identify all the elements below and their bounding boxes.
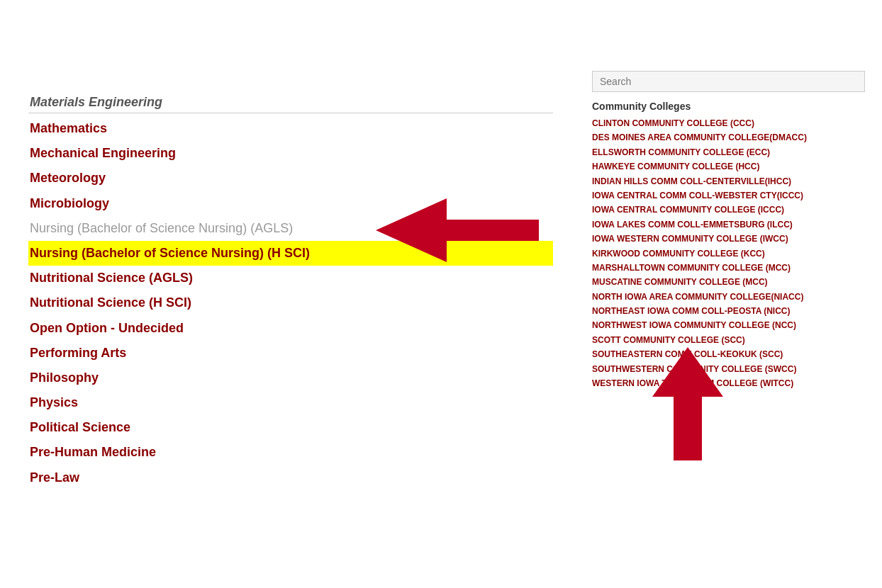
major-item-performing-arts[interactable]: Performing Arts xyxy=(28,341,553,366)
community-colleges-title: Community Colleges xyxy=(592,101,865,112)
svg-marker-0 xyxy=(376,198,539,262)
college-item[interactable]: WESTERN IOWA TECH COMM COLLEGE (WITCC) xyxy=(592,376,865,390)
college-item[interactable]: HAWKEYE COMMUNITY COLLEGE (HCC) xyxy=(592,159,865,174)
search-input[interactable] xyxy=(592,71,865,92)
college-item[interactable]: INDIAN HILLS COMM COLL-CENTERVILLE(IHCC) xyxy=(592,174,865,188)
arrow-left-icon xyxy=(376,198,539,262)
college-item[interactable]: CLINTON COMMUNITY COLLEGE (CCC) xyxy=(592,116,865,130)
list-separator xyxy=(28,113,553,113)
college-item[interactable]: MUSCATINE COMMUNITY COLLEGE (MCC) xyxy=(592,275,865,289)
major-item-philosophy[interactable]: Philosophy xyxy=(28,366,553,390)
major-item-pre-human-medicine[interactable]: Pre-Human Medicine xyxy=(28,440,553,465)
college-item[interactable]: IOWA CENTRAL COMMUNITY COLLEGE (ICCC) xyxy=(592,203,865,217)
major-item-nutritional-science-agls[interactable]: Nutritional Science (AGLS) xyxy=(28,266,553,290)
college-item[interactable]: MARSHALLTOWN COMMUNITY COLLEGE (MCC) xyxy=(592,261,865,275)
colleges-container: CLINTON COMMUNITY COLLEGE (CCC)DES MOINE… xyxy=(592,116,865,390)
college-item[interactable]: SCOTT COMMUNITY COLLEGE (SCC) xyxy=(592,333,865,347)
major-item-open-option[interactable]: Open Option - Undecided xyxy=(28,316,553,341)
major-item-mechanical-engineering[interactable]: Mechanical Engineering xyxy=(28,141,553,166)
college-item[interactable]: SOUTHWESTERN COMMUNITY COLLEGE (SWCC) xyxy=(592,362,865,376)
section-header: Materials Engineering xyxy=(28,92,553,113)
college-item[interactable]: NORTHWEST IOWA COMMUNITY COLLEGE (NCC) xyxy=(592,318,865,332)
major-item-political-science[interactable]: Political Science xyxy=(28,415,553,440)
major-items-container: MathematicsMechanical EngineeringMeteoro… xyxy=(28,116,553,490)
college-item[interactable]: ELLSWORTH COMMUNITY COLLEGE (ECC) xyxy=(592,145,865,159)
college-item[interactable]: SOUTHEASTERN COMM COLL-KEOKUK (SCC) xyxy=(592,347,865,361)
major-item-meteorology[interactable]: Meteorology xyxy=(28,166,553,191)
college-item[interactable]: DES MOINES AREA COMMUNITY COLLEGE(DMACC) xyxy=(592,130,865,145)
college-item[interactable]: IOWA LAKES COMM COLL-EMMETSBURG (ILCC) xyxy=(592,217,865,232)
college-item[interactable]: IOWA CENTRAL COMM COLL-WEBSTER CTY(ICCC) xyxy=(592,188,865,203)
major-item-nutritional-science-hsci[interactable]: Nutritional Science (H SCI) xyxy=(28,290,553,315)
svg-marker-1 xyxy=(652,347,723,460)
major-item-physics[interactable]: Physics xyxy=(28,390,553,415)
major-item-pre-law[interactable]: Pre-Law xyxy=(28,465,553,490)
college-item[interactable]: IOWA WESTERN COMMUNITY COLLEGE (IWCC) xyxy=(592,232,865,246)
college-item[interactable]: KIRKWOOD COMMUNITY COLLEGE (KCC) xyxy=(592,247,865,261)
right-panel: Community Colleges CLINTON COMMUNITY COL… xyxy=(592,71,865,390)
college-item[interactable]: NORTH IOWA AREA COMMUNITY COLLEGE(NIACC) xyxy=(592,290,865,304)
major-list: Materials Engineering MathematicsMechani… xyxy=(28,92,553,490)
college-item[interactable]: NORTHEAST IOWA COMM COLL-PEOSTA (NICC) xyxy=(592,304,865,318)
arrow-up-icon xyxy=(652,347,723,460)
major-item-mathematics[interactable]: Mathematics xyxy=(28,116,553,141)
